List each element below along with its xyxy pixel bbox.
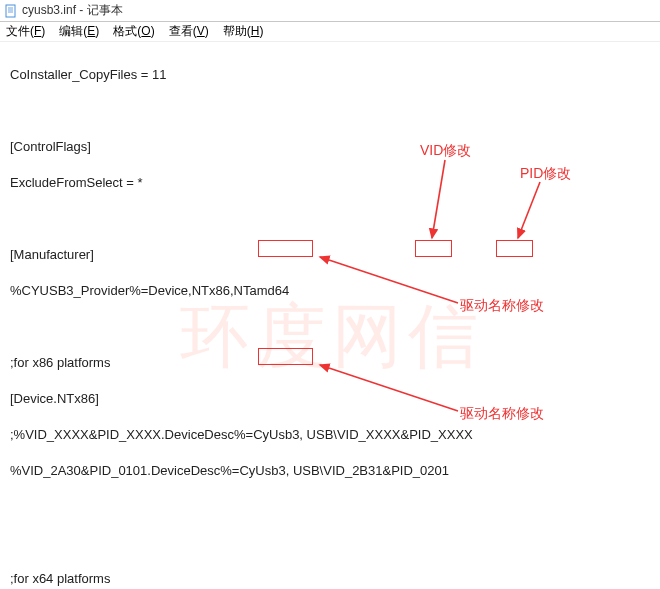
text-line	[10, 534, 650, 552]
text-line: [Device.NTx86]	[10, 390, 650, 408]
text-line: %CYUSB3_Provider%=Device,NTx86,NTamd64	[10, 282, 650, 300]
text-line: ;for x86 platforms	[10, 354, 650, 372]
menu-file[interactable]: 文件(F)	[6, 23, 45, 40]
menu-format[interactable]: 格式(O)	[113, 23, 154, 40]
menubar: 文件(F) 编辑(E) 格式(O) 查看(V) 帮助(H)	[0, 22, 660, 42]
text-line: ExcludeFromSelect = *	[10, 174, 650, 192]
text-line	[10, 210, 650, 228]
text-line	[10, 318, 650, 336]
text-editor-content[interactable]: CoInstaller_CopyFiles = 11 [ControlFlags…	[0, 42, 660, 589]
menu-help[interactable]: 帮助(H)	[223, 23, 264, 40]
text-line	[10, 102, 650, 120]
text-line: [Manufacturer]	[10, 246, 650, 264]
text-line: [ControlFlags]	[10, 138, 650, 156]
text-line: %VID_2A30&PID_0101.DeviceDesc%=CyUsb3, U…	[10, 462, 650, 480]
menu-edit[interactable]: 编辑(E)	[59, 23, 99, 40]
window-titlebar: cyusb3.inf - 记事本	[0, 0, 660, 22]
menu-view[interactable]: 查看(V)	[169, 23, 209, 40]
text-line: ;%VID_XXXX&PID_XXXX.DeviceDesc%=CyUsb3, …	[10, 426, 650, 444]
svg-rect-0	[6, 5, 15, 17]
text-line: ;for x64 platforms	[10, 570, 650, 588]
notepad-icon	[4, 4, 18, 18]
text-line: CoInstaller_CopyFiles = 11	[10, 66, 650, 84]
text-line	[10, 498, 650, 516]
window-title: cyusb3.inf - 记事本	[22, 2, 123, 19]
